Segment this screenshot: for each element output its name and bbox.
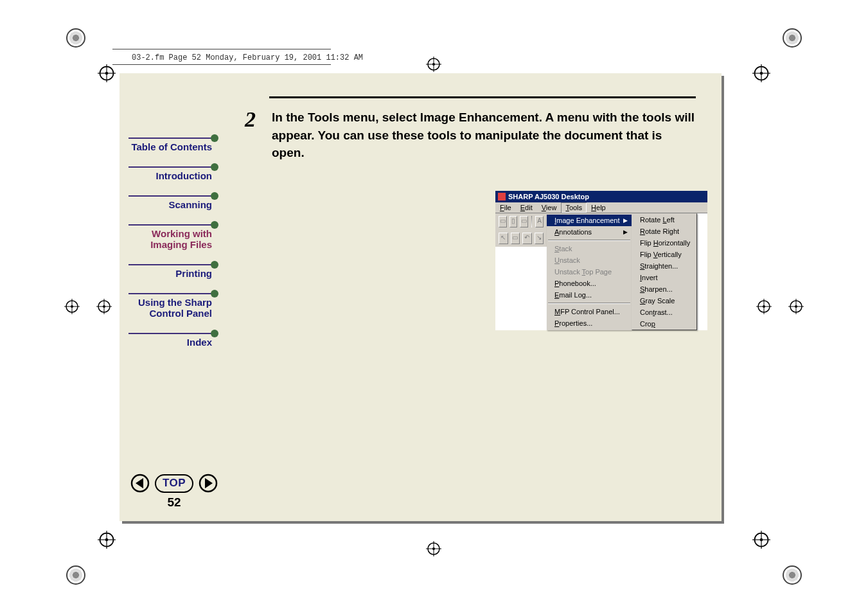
svg-point-27	[105, 72, 109, 75]
sidebar-item-label: Index	[128, 337, 212, 348]
menu-tools[interactable]: Tools	[561, 202, 587, 213]
app-icon	[498, 193, 506, 200]
crop-target-icon	[426, 57, 441, 72]
toolbar-icon[interactable]: ↘	[535, 233, 544, 244]
submenu-item[interactable]: Crop	[632, 318, 696, 330]
menu-item[interactable]: Email Log...	[547, 289, 632, 301]
sidebar-item-toc[interactable]: Table of Contents	[128, 138, 229, 152]
heading-rule	[269, 96, 696, 98]
page-number: 52	[120, 495, 229, 510]
sidebar-item-index[interactable]: Index	[128, 333, 229, 348]
crop-target-icon	[756, 299, 772, 314]
sidebar-item-label: Introduction	[128, 170, 212, 181]
submenu-item[interactable]: Sharpen...	[632, 283, 696, 295]
menu-item: Unstack Top Page	[547, 266, 632, 278]
submenu-item[interactable]: Invert	[632, 272, 696, 283]
page-content: 2 In the Tools menu, select Image Enhanc…	[245, 96, 696, 162]
crop-target-icon	[788, 299, 804, 314]
svg-point-19	[795, 305, 797, 308]
menu-item[interactable]: MFP Control Panel...	[547, 306, 632, 317]
svg-marker-43	[205, 478, 213, 488]
submenu-item[interactable]: Rotate Right	[632, 226, 696, 237]
svg-point-35	[105, 538, 109, 542]
toolbar-icon[interactable]: ▭	[511, 233, 520, 244]
menu-item[interactable]: Image Enhancement▶	[547, 215, 632, 226]
svg-point-31	[760, 72, 763, 75]
tools-dropdown-menu: Image Enhancement▶Annotations▶StackUnsta…	[547, 213, 632, 330]
sidebar-item-label: Printing	[128, 268, 212, 279]
svg-marker-41	[136, 478, 143, 488]
toolbar-sidebar: ▭ ▯ ▭ A ↖ ▭ ↶ ↘	[495, 213, 547, 247]
next-page-button[interactable]	[199, 474, 218, 493]
toolbar-icon[interactable]: ↶	[522, 233, 532, 244]
menu-item: Stack	[547, 243, 632, 254]
registration-mark	[66, 28, 85, 48]
toolbar-icon[interactable]: ▭	[520, 216, 528, 227]
svg-point-23	[763, 305, 765, 308]
step-text: In the Tools menu, select Image Enhancem…	[272, 109, 696, 162]
submenu-item[interactable]: Flip Vertically	[632, 249, 696, 260]
svg-point-7	[432, 547, 435, 550]
menu-edit[interactable]: Edit	[516, 202, 537, 213]
crop-target-icon	[96, 299, 112, 314]
submenu-item[interactable]: Straighten...	[632, 260, 696, 272]
svg-point-39	[760, 538, 763, 542]
sidebar-item-label: Scanning	[128, 199, 212, 210]
menu-item[interactable]: Annotations▶	[547, 226, 632, 238]
sidebar-item-label: Table of Contents	[128, 141, 212, 152]
svg-point-15	[103, 305, 105, 308]
window-titlebar: SHARP AJ5030 Desktop	[495, 191, 707, 202]
crop-target-icon	[98, 64, 116, 82]
window-title: SHARP AJ5030 Desktop	[508, 193, 589, 200]
crop-target-icon	[752, 531, 770, 549]
pager: TOP 52	[120, 474, 229, 510]
crop-target-icon	[98, 531, 116, 549]
registration-mark	[66, 565, 85, 585]
toolbar-icon[interactable]: ↖	[499, 233, 508, 244]
sidebar-item-label: Using the Sharp Control Panel	[128, 297, 212, 319]
menu-file[interactable]: File	[495, 202, 516, 213]
toolbar-icon[interactable]: ▭	[499, 216, 507, 227]
sidebar-item-label: Working with Imaging Files	[128, 228, 212, 250]
toolbar-icon[interactable]: A	[535, 216, 544, 227]
slug-rule	[112, 64, 331, 65]
submenu-item[interactable]: Contrast...	[632, 306, 696, 318]
image-enhancement-submenu: Rotate LeftRotate RightFlip Horizontally…	[632, 213, 697, 330]
menu-help[interactable]: Help	[587, 202, 610, 213]
slug-rule	[112, 49, 331, 49]
menu-item[interactable]: Properties...	[547, 317, 632, 329]
registration-mark	[783, 28, 802, 48]
page: 03-2.fm Page 52 Monday, February 19, 200…	[0, 0, 868, 613]
sidebar-item-working-with-imaging-files[interactable]: Working with Imaging Files	[128, 224, 229, 250]
menu-item[interactable]: Phonebook...	[547, 278, 632, 289]
menu-view[interactable]: View	[537, 202, 562, 213]
menubar: FileEditViewToolsHelp	[495, 202, 707, 213]
sidebar-item-introduction[interactable]: Introduction	[128, 166, 229, 181]
sidebar-nav: Table of Contents Introduction Scanning …	[120, 73, 229, 521]
crop-target-icon	[64, 299, 80, 314]
menu-item: Unstack	[547, 254, 632, 266]
sidebar-item-scanning[interactable]: Scanning	[128, 195, 229, 210]
instruction-step: 2 In the Tools menu, select Image Enhanc…	[245, 109, 696, 162]
svg-point-11	[71, 305, 73, 308]
submenu-item[interactable]: Gray Scale	[632, 295, 696, 306]
sidebar-item-printing[interactable]: Printing	[128, 264, 229, 279]
page-slug: 03-2.fm Page 52 Monday, February 19, 200…	[132, 53, 363, 62]
crop-target-icon	[752, 64, 770, 82]
svg-point-3	[432, 63, 435, 66]
prev-page-button[interactable]	[130, 474, 150, 493]
submenu-item[interactable]: Flip Horizontally	[632, 237, 696, 249]
toolbar-icon[interactable]: ▯	[509, 216, 518, 227]
step-number: 2	[245, 109, 272, 130]
registration-mark	[783, 565, 802, 585]
embedded-screenshot: SHARP AJ5030 Desktop FileEditViewToolsHe…	[495, 191, 707, 330]
top-button[interactable]: TOP	[155, 474, 193, 493]
submenu-item[interactable]: Rotate Left	[632, 214, 696, 226]
sidebar-item-using-sharp-control-panel[interactable]: Using the Sharp Control Panel	[128, 293, 229, 319]
crop-target-icon	[426, 541, 441, 556]
document-page: Table of Contents Introduction Scanning …	[120, 73, 722, 521]
